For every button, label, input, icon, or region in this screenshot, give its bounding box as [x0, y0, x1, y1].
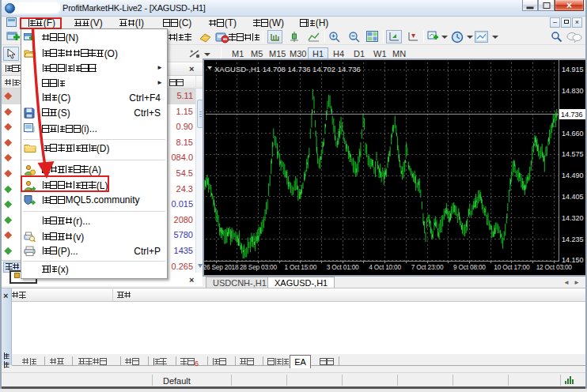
svg-text:12 Oct 03:00: 12 Oct 03:00 — [536, 263, 573, 271]
svg-text:14.405: 14.405 — [562, 193, 584, 201]
svg-text:14.575: 14.575 — [562, 150, 584, 158]
svg-text:14.320: 14.320 — [562, 214, 584, 222]
svg-text:14.660: 14.660 — [562, 130, 584, 138]
svg-text:7 Oct 23:00: 7 Oct 23:00 — [411, 263, 444, 271]
svg-text:14.915: 14.915 — [562, 66, 584, 74]
svg-text:28 Sep 03:00: 28 Sep 03:00 — [240, 263, 278, 271]
svg-text:14.736: 14.736 — [561, 111, 583, 119]
svg-text:14.490: 14.490 — [562, 172, 584, 179]
svg-text:XAGUSD-,H1 14.708 14.736 14.7: XAGUSD-,H1 14.708 14.736 14.702 14.736 — [214, 65, 361, 74]
svg-text:1 Oct 15:00: 1 Oct 15:00 — [284, 263, 316, 271]
svg-text:3 Oct 01:00: 3 Oct 01:00 — [327, 263, 359, 271]
svg-text:4 Oct 10:00: 4 Oct 10:00 — [369, 263, 401, 271]
svg-text:14.235: 14.235 — [562, 236, 584, 243]
svg-text:14.830: 14.830 — [562, 87, 584, 95]
svg-text:9 Oct 08:00: 9 Oct 08:00 — [453, 263, 486, 271]
svg-text:10 Oct 17:00: 10 Oct 17:00 — [494, 263, 530, 271]
svg-text:26 Sep 2018: 26 Sep 2018 — [204, 263, 239, 271]
